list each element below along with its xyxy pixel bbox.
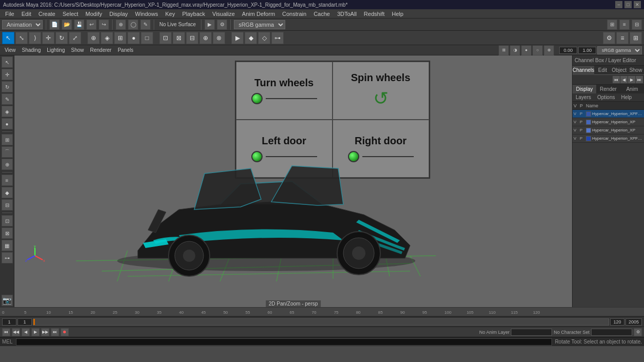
panels-menu[interactable]: Panels — [115, 46, 136, 55]
right-btn-3[interactable]: ⊟ — [632, 20, 642, 30]
camera-icon[interactable]: 📷 — [2, 295, 13, 306]
ch-nav-next[interactable]: ▶ — [628, 76, 635, 83]
layer-row-2[interactable]: V P Hypercar_Hyperion_XP — [573, 126, 644, 135]
select-tool[interactable]: ↖ — [2, 32, 14, 44]
lasso-tool[interactable]: ⤡ — [15, 32, 28, 44]
tab-edit[interactable]: Edit — [594, 66, 611, 75]
select-tool-btn[interactable]: ↖ — [2, 56, 13, 68]
layer-btn[interactable]: ≡ — [2, 175, 13, 186]
tool-group-1[interactable]: ⊕ — [87, 32, 100, 44]
tab-channels[interactable]: Channels — [573, 66, 594, 75]
tab-options[interactable]: Options — [594, 93, 618, 101]
snap-tool-5[interactable]: ⊗ — [213, 32, 225, 44]
tab-render[interactable]: Render — [596, 85, 620, 93]
redo-btn[interactable]: ↪ — [99, 20, 109, 30]
snap-tool-4[interactable]: ⊕ — [199, 32, 212, 44]
tool-group-5[interactable]: □ — [141, 32, 153, 44]
gamma-select[interactable]: sRGB gamma — [234, 20, 285, 29]
snap-to-point[interactable]: ⊕ — [2, 159, 13, 170]
time-field[interactable] — [559, 47, 577, 54]
viewport-icon-1[interactable]: ⊞ — [499, 45, 509, 55]
current-frame-input-2[interactable] — [17, 318, 32, 326]
minimize-button[interactable]: – — [615, 1, 622, 8]
select-btn[interactable]: ⊕ — [116, 20, 126, 30]
menu-select[interactable]: Select — [60, 9, 82, 18]
paint-sel-tool[interactable]: ⟩ — [29, 32, 41, 44]
menu-constrain[interactable]: Constrain — [279, 9, 309, 18]
maximize-button[interactable]: □ — [624, 1, 632, 8]
timeline-scrub-area[interactable] — [33, 318, 609, 326]
layer-row-0[interactable]: V P Hypercar_Hyperion_XPF8XA — [573, 110, 644, 118]
menu-modify[interactable]: Modify — [82, 9, 105, 18]
viewport-icon-4[interactable]: ○ — [532, 45, 543, 55]
rotate-tool-btn[interactable]: ↻ — [2, 81, 13, 92]
menu-create[interactable]: Create — [35, 9, 59, 18]
viewport[interactable]: Turn wheels Spin wheels ↺ Left door — [14, 55, 572, 307]
character-input[interactable] — [591, 329, 632, 336]
play-prev-btn[interactable]: ⏮ — [2, 328, 10, 336]
anim-tool-3[interactable]: ◇ — [258, 32, 270, 44]
undo-btn[interactable]: ↩ — [86, 20, 97, 30]
misc-btn-1[interactable]: ⊡ — [2, 215, 13, 226]
tab-help[interactable]: Help — [618, 93, 635, 101]
right-btn-1[interactable]: ⊞ — [607, 20, 617, 30]
tab-object[interactable]: Object — [611, 66, 628, 75]
open-file-btn[interactable]: 📂 — [62, 20, 72, 30]
record-btn[interactable]: ⏺ — [61, 328, 69, 336]
right-tool-1[interactable]: ⚙ — [603, 32, 615, 44]
menu-playback[interactable]: Playback — [179, 9, 208, 18]
right-btn-2[interactable]: ≡ — [619, 20, 630, 30]
snap-to-curve[interactable]: ⌒ — [2, 146, 13, 158]
total-end-frame[interactable] — [625, 318, 642, 326]
view-menu[interactable]: View — [2, 46, 19, 55]
tool-group-4[interactable]: ● — [127, 32, 140, 44]
tab-layers[interactable]: Layers — [573, 93, 594, 101]
prev-frame-btn[interactable]: ◀◀ — [12, 328, 20, 336]
menu-redshift[interactable]: Redshift — [361, 9, 388, 18]
tool-group-3[interactable]: ⊞ — [114, 32, 126, 44]
misc-btn-2[interactable]: ⊠ — [2, 227, 13, 239]
layer-row-1[interactable]: V P Hypercar_Hyperion_XP — [573, 118, 644, 126]
close-button[interactable]: ✕ — [634, 1, 641, 8]
anim-layer-input[interactable] — [511, 329, 552, 336]
save-file-btn[interactable]: 💾 — [74, 20, 84, 30]
snap-tool-2[interactable]: ⊠ — [173, 32, 185, 44]
play-end-btn[interactable]: ⏭ — [51, 328, 59, 336]
menu-visualize[interactable]: Visualize — [209, 9, 238, 18]
show-menu[interactable]: Show — [68, 46, 86, 55]
viewport-icon-2[interactable]: ◑ — [510, 45, 520, 55]
anim-settings-btn[interactable]: ⚙ — [634, 328, 642, 336]
soft-select-btn[interactable]: ◈ — [2, 106, 13, 117]
misc-btn-4[interactable]: ⊶ — [2, 252, 13, 263]
lighting-menu[interactable]: Lighting — [44, 46, 67, 55]
paint-tool-btn[interactable]: ✎ — [2, 93, 13, 105]
renderer-menu[interactable]: Renderer — [87, 46, 114, 55]
shading-menu[interactable]: Shading — [20, 46, 44, 55]
move-tool-btn[interactable]: ✛ — [2, 69, 13, 80]
tab-display[interactable]: Display — [573, 85, 596, 93]
tab-show[interactable]: Show — [628, 66, 644, 75]
anim-tool-2[interactable]: ◆ — [245, 32, 257, 44]
scale-tool[interactable]: ⤢ — [69, 32, 81, 44]
menu-edit[interactable]: Edit — [19, 9, 34, 18]
layer-row-3[interactable]: V P Hypercar_Hyperion_XPF8XA — [573, 135, 644, 143]
ch-nav-prev[interactable]: ◀ — [620, 76, 628, 83]
end-frame-input[interactable] — [610, 318, 624, 326]
move-tool[interactable]: ✛ — [42, 32, 54, 44]
lasso-btn[interactable]: ◯ — [128, 20, 138, 30]
snap-tool-3[interactable]: ⊟ — [186, 32, 198, 44]
right-tool-2[interactable]: ≡ — [616, 32, 629, 44]
gamma-select-2[interactable]: sRGB gamma — [597, 46, 642, 54]
menu-help[interactable]: Help — [389, 9, 407, 18]
cluster-btn[interactable]: ◆ — [2, 187, 13, 198]
play-btn[interactable]: ▶ — [31, 328, 40, 336]
wire-btn[interactable]: ⊟ — [2, 199, 13, 211]
tab-anim[interactable]: Anim — [620, 85, 644, 93]
sculpt-btn[interactable]: ● — [2, 118, 13, 129]
right-tool-3[interactable]: ⊞ — [630, 32, 642, 44]
turn-wheels-handle[interactable] — [251, 93, 263, 104]
menu-file[interactable]: File — [2, 9, 17, 18]
viewport-icon-5[interactable]: ⊕ — [544, 45, 554, 55]
turn-wheels-slider[interactable] — [266, 98, 317, 99]
anim-tool-4[interactable]: ⊶ — [271, 32, 284, 44]
